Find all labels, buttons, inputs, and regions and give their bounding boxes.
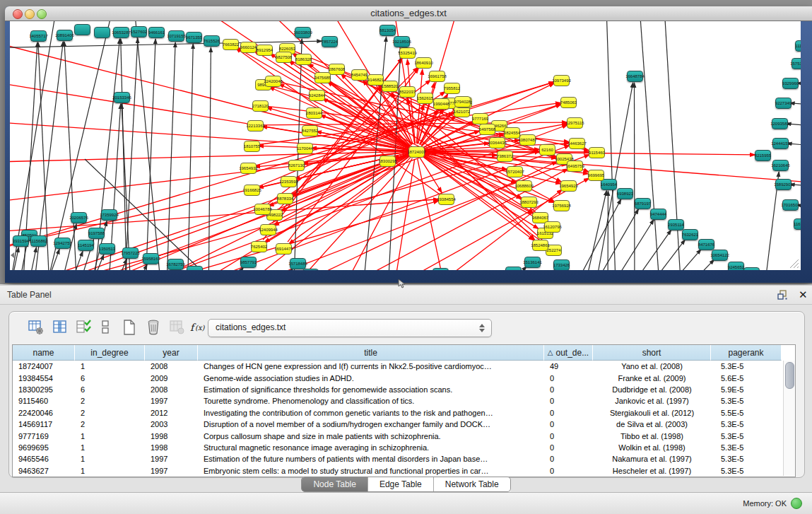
graph-node[interactable]: 1640954 [601,179,617,190]
table-row[interactable]: 969969511998Structural magnetic resonanc… [13,442,782,453]
graph-node[interactable]: 12093582 [772,118,788,129]
graph-node[interactable]: 12353593 [281,176,297,187]
graph-node[interactable]: 9474444 [650,209,666,220]
memory-status-indicator[interactable] [791,498,802,509]
graph-node[interactable]: 7615526 [204,35,220,47]
graph-node[interactable]: 8522037 [399,86,416,98]
graph-node[interactable]: 9857791 [240,257,257,268]
graph-node[interactable] [74,24,90,35]
column-header-name[interactable]: name [13,345,75,361]
graph-node[interactable]: 17359924 [101,209,117,221]
resize-grip[interactable] [789,259,799,269]
graph-node[interactable]: 22420046 [265,76,281,87]
graph-node[interactable]: 12444153 [772,138,789,149]
graph-node[interactable]: 16782759 [167,259,184,270]
delete-table-icon[interactable] [167,317,187,337]
graph-node[interactable]: 20153346 [114,92,130,103]
graph-node[interactable] [743,267,760,270]
graph-node[interactable]: 12923446 [187,266,203,270]
window-titlebar[interactable]: citations_edges.txt [5,6,812,21]
graph-node[interactable]: 1117204 [795,40,801,52]
graph-node[interactable]: 12213363 [247,120,264,132]
graph-node[interactable]: 11156862 [30,235,47,247]
graph-node[interactable]: 19756928 [553,200,570,211]
graph-node[interactable]: 9699695 [588,170,604,181]
graph-node[interactable]: 2718120 [252,100,269,112]
graph-node[interactable]: 18300295 [379,156,396,167]
table-mode-icon[interactable] [26,317,46,337]
close-panel-icon[interactable]: ✕ [799,288,808,301]
graph-node[interactable]: 1350513 [99,243,115,255]
column-header-in_degree[interactable]: in_degree [75,345,145,361]
graph-node[interactable]: 7955812 [444,83,460,94]
graph-node[interactable]: 62160 [539,144,555,156]
tab-edge-table[interactable]: Edge Table [368,477,434,491]
graph-node[interactable] [433,268,449,270]
table-row[interactable]: 1938455462009Genome-wide association stu… [13,372,782,383]
graph-node[interactable]: 20891406 [57,30,73,41]
graph-node[interactable]: 16648784 [627,71,643,82]
graph-node[interactable]: 10973493 [553,75,570,86]
graph-node[interactable]: 1170044 [297,143,313,154]
table-row[interactable]: 1456911722003Disruption of a novel membe… [13,419,782,430]
graph-node[interactable]: 8186328 [295,54,312,65]
table-row[interactable]: 911546021997Tourette syndrome. Phenomeno… [13,395,782,407]
graph-node[interactable]: 1527602 [131,26,147,37]
column-header-title[interactable]: title [198,345,544,361]
graph-node[interactable]: 2867608 [329,64,345,75]
graph-node[interactable]: 8912954 [257,45,273,56]
graph-node[interactable]: 9777169 [472,113,488,124]
graph-node[interactable]: 19384554 [438,194,454,205]
table-row[interactable]: 1872400712008Changes of HCN gene express… [13,361,782,372]
graph-node[interactable]: 1562615 [417,93,433,104]
graph-node[interactable]: 6938923 [617,188,633,199]
table-row[interactable]: 2242004622012Investigating the contribut… [13,407,782,419]
table-row[interactable]: 946362711997Embryonic stem cells: a mode… [13,465,782,476]
table-scrollbar[interactable] [783,361,795,476]
graph-node[interactable]: 7663822 [223,39,239,50]
graph-node[interactable]: 17957225 [122,247,139,259]
graph-node[interactable] [94,27,110,38]
graph-node[interactable]: 9660124 [240,42,257,53]
graph-node[interactable]: 2935114 [668,219,684,230]
tab-network-table[interactable]: Network Table [434,477,510,491]
new-column-icon[interactable] [119,317,139,337]
graph-node[interactable]: 12975115 [567,117,583,129]
graph-node[interactable]: 16210645 [772,160,789,171]
graph-node[interactable]: 1810755 [244,141,260,152]
graph-node[interactable]: 9671355 [186,32,202,43]
graph-node[interactable]: 14055717 [30,30,47,42]
graph-node[interactable]: 1588520 [382,81,398,92]
graph-node[interactable]: 15892901 [775,179,792,190]
network-table-select[interactable]: citations_edges.txt [208,319,492,337]
graph-node[interactable]: 9245652 [728,262,744,270]
graph-node[interactable]: 3931594 [13,235,29,247]
graph-node[interactable]: 9227349 [775,98,792,109]
graph-node[interactable]: 8813054 [379,25,396,36]
graph-node[interactable]: 8454749 [351,69,367,81]
graph-node[interactable]: 7485063 [560,97,577,108]
tab-node-table[interactable]: Node Table [302,477,368,491]
graph-node[interactable]: 16120796 [544,221,560,233]
graph-node[interactable]: 10653287 [113,27,129,38]
graph-node[interactable]: 15325419 [399,47,416,59]
graph-node[interactable]: 2803144 [306,107,322,119]
network-canvas[interactable]: 6216098901252274746266850501111720411451… [10,21,801,270]
graph-node[interactable]: 1145194 [78,240,94,251]
graph-node[interactable]: 15751074 [792,58,801,69]
graph-node[interactable]: 10046788 [254,204,271,215]
graph-node[interactable]: 7632621 [682,229,698,240]
graph-node[interactable]: 9827508 [276,52,292,63]
function-builder-icon[interactable]: f(x) [189,317,208,337]
graph-node[interactable]: 17016504 [782,199,799,211]
graph-node[interactable] [505,267,522,270]
graph-node[interactable]: 15718485 [290,258,306,269]
graph-node[interactable]: 7857224 [322,36,338,47]
graph-node[interactable]: 19654923 [560,180,577,192]
row-height-icon[interactable] [95,317,115,337]
show-columns-icon[interactable] [50,317,70,337]
graph-node[interactable]: 18724007 [408,146,425,158]
delete-column-icon[interactable] [143,317,163,337]
graph-node[interactable]: 8215955 [755,150,771,161]
graph-node[interactable]: 16033809 [295,27,311,38]
